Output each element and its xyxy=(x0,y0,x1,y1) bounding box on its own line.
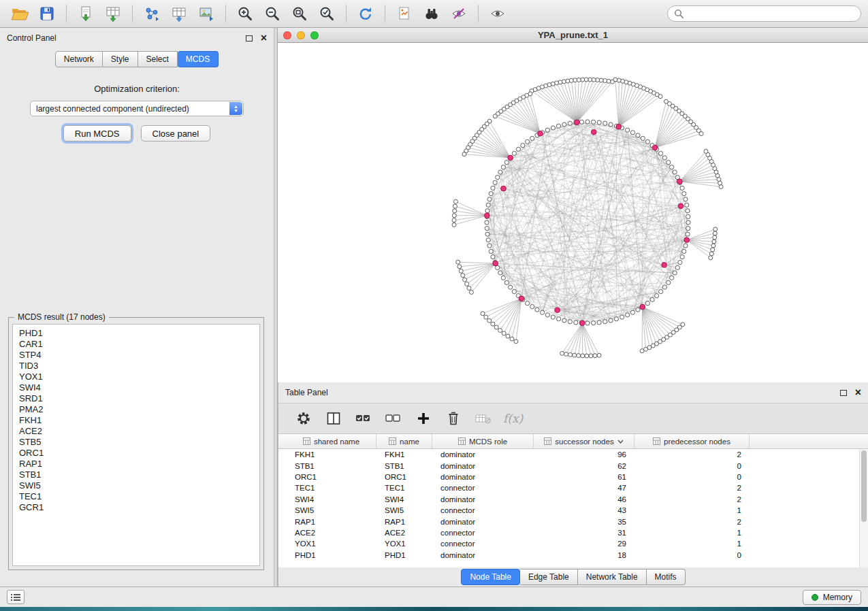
open-folder-icon xyxy=(11,5,29,22)
desktop-wallpaper-strip xyxy=(0,607,868,611)
tab-style[interactable]: Style xyxy=(103,51,138,67)
network-title: YPA_prune.txt_1 xyxy=(278,30,868,40)
export-table-button[interactable] xyxy=(166,2,192,25)
memory-button[interactable]: Memory xyxy=(803,590,861,605)
table-cell: 46 xyxy=(534,495,634,503)
table-cell: 96 xyxy=(534,450,634,459)
table-row[interactable]: ORC1ORC1dominator610 xyxy=(287,472,868,482)
export-table-icon xyxy=(171,5,187,22)
float-panel-icon[interactable] xyxy=(840,390,847,396)
search-box[interactable] xyxy=(667,5,861,22)
mcds-result-item[interactable]: SWI5 xyxy=(19,480,253,491)
table-row[interactable]: SWI4SWI4dominator462 xyxy=(287,494,868,505)
zoom-in-button[interactable] xyxy=(232,2,258,25)
tab-select[interactable]: Select xyxy=(138,51,178,67)
mcds-result-item[interactable]: RAP1 xyxy=(19,459,253,469)
table-row[interactable]: SWI5SWI5connector431 xyxy=(287,505,868,516)
find-button[interactable] xyxy=(419,2,445,25)
table-row[interactable]: PHD1PHD1dominator180 xyxy=(287,550,868,561)
table-row[interactable]: ACE2ACE2connector311 xyxy=(287,527,868,538)
import-network-button[interactable] xyxy=(73,2,99,25)
mcds-result-item[interactable]: PMA2 xyxy=(19,404,253,415)
network-from-selection-button[interactable] xyxy=(391,2,417,25)
mcds-result-list[interactable]: PHD1CAR1STP4TID3YOX1SWI4SRD1PMA2FKH1ACE2… xyxy=(12,324,260,566)
open-session-button[interactable] xyxy=(7,2,33,25)
float-panel-icon[interactable] xyxy=(246,35,253,42)
table-panel-title: Table Panel xyxy=(285,388,328,397)
mcds-result-item[interactable]: SWI4 xyxy=(19,382,253,393)
close-window-icon[interactable] xyxy=(283,31,291,39)
show-panels-button[interactable] xyxy=(7,590,25,604)
column-header-predecessor-nodes[interactable]: predecessor nodes xyxy=(634,434,750,448)
export-network-button[interactable] xyxy=(139,2,165,25)
column-header-MCDS-role[interactable]: MCDS role xyxy=(432,434,534,448)
mcds-result-item[interactable]: STB5 xyxy=(19,437,253,448)
column-type-icon xyxy=(303,437,310,445)
network-canvas[interactable] xyxy=(278,43,868,382)
mcds-result-item[interactable]: PHD1 xyxy=(19,328,253,339)
toolbar-separator xyxy=(478,5,479,22)
mcds-result-item[interactable]: ACE2 xyxy=(19,426,253,437)
scrollbar-thumb[interactable] xyxy=(861,450,867,522)
table-settings-button[interactable] xyxy=(292,408,315,429)
zoom-selected-button[interactable] xyxy=(314,2,340,25)
mcds-result-item[interactable]: FKH1 xyxy=(19,415,253,426)
control-panel-title: Control Panel xyxy=(7,33,57,43)
mcds-result-item[interactable]: SRD1 xyxy=(19,393,253,404)
tab-network-table[interactable]: Network Table xyxy=(578,569,647,585)
mcds-result-item[interactable]: CAR1 xyxy=(19,339,253,350)
add-column-button[interactable] xyxy=(412,408,435,429)
run-mcds-button[interactable]: Run MCDS xyxy=(63,125,131,142)
table-cell: connector xyxy=(432,484,534,492)
tab-node-table[interactable]: Node Table xyxy=(461,569,520,585)
search-input[interactable] xyxy=(688,9,854,18)
table-cell: dominator xyxy=(432,551,534,559)
function-builder-button[interactable]: f(x) xyxy=(503,412,523,425)
table-row[interactable]: YOX1YOX1connector291 xyxy=(287,538,868,549)
show-hide-filter-button[interactable] xyxy=(446,2,472,25)
select-all-button[interactable] xyxy=(352,408,375,429)
zoom-fit-icon xyxy=(291,5,308,22)
mcds-result-item[interactable]: STP4 xyxy=(19,350,253,361)
table-row[interactable]: FKH1FKH1dominator962 xyxy=(287,449,868,460)
table-row[interactable]: STB1STB1dominator620 xyxy=(287,460,868,471)
minimize-window-icon[interactable] xyxy=(297,31,305,39)
close-panel-icon[interactable]: × xyxy=(855,389,861,396)
column-header-name[interactable]: name xyxy=(376,434,432,448)
split-panel-button[interactable] xyxy=(322,408,345,429)
tab-network[interactable]: Network xyxy=(55,51,103,67)
import-table-button[interactable] xyxy=(100,2,126,25)
mcds-result-item[interactable]: YOX1 xyxy=(19,371,253,382)
zoom-fit-button[interactable] xyxy=(287,2,312,25)
table-row[interactable]: TEC1TEC1connector472 xyxy=(287,482,868,493)
mcds-buttons-row: Run MCDS Close panel xyxy=(0,125,274,142)
mcds-result-item[interactable]: TID3 xyxy=(19,361,253,371)
maximize-window-icon[interactable] xyxy=(310,31,319,39)
mcds-result-item[interactable]: STB1 xyxy=(19,469,253,480)
mcds-result-item[interactable]: GCR1 xyxy=(19,502,253,513)
close-panel-button[interactable]: Close panel xyxy=(141,125,211,142)
table-row[interactable]: RAP1RAP1dominator352 xyxy=(287,516,868,527)
column-header-shared-name[interactable]: shared name xyxy=(287,434,376,448)
mcds-result-item[interactable]: TEC1 xyxy=(19,491,253,502)
export-image-button[interactable] xyxy=(193,2,219,25)
criterion-dropdown[interactable]: largest connected component (undirected)… xyxy=(30,101,244,116)
tab-mcds[interactable]: MCDS xyxy=(178,51,219,67)
show-graphics-details-button[interactable] xyxy=(485,2,511,25)
status-bar: Memory xyxy=(0,587,868,607)
zoom-out-button[interactable] xyxy=(259,2,285,25)
deselect-all-button[interactable] xyxy=(382,408,405,429)
table-cell: dominator xyxy=(432,495,534,503)
tab-motifs[interactable]: Motifs xyxy=(647,569,686,585)
delete-column-button[interactable] xyxy=(442,408,465,429)
network-graph[interactable] xyxy=(278,43,868,382)
tab-edge-table[interactable]: Edge Table xyxy=(520,569,578,585)
column-header-successor-nodes[interactable]: successor nodes xyxy=(534,434,634,448)
close-panel-icon[interactable]: × xyxy=(261,35,267,42)
column-type-icon xyxy=(389,437,396,445)
table-header-row: shared namenameMCDS rolesuccessor nodesp… xyxy=(278,434,868,449)
save-session-button[interactable] xyxy=(34,2,60,25)
apply-layout-button[interactable] xyxy=(353,2,379,25)
mcds-result-item[interactable]: ORC1 xyxy=(19,448,253,459)
table-scrollbar[interactable] xyxy=(859,449,868,567)
